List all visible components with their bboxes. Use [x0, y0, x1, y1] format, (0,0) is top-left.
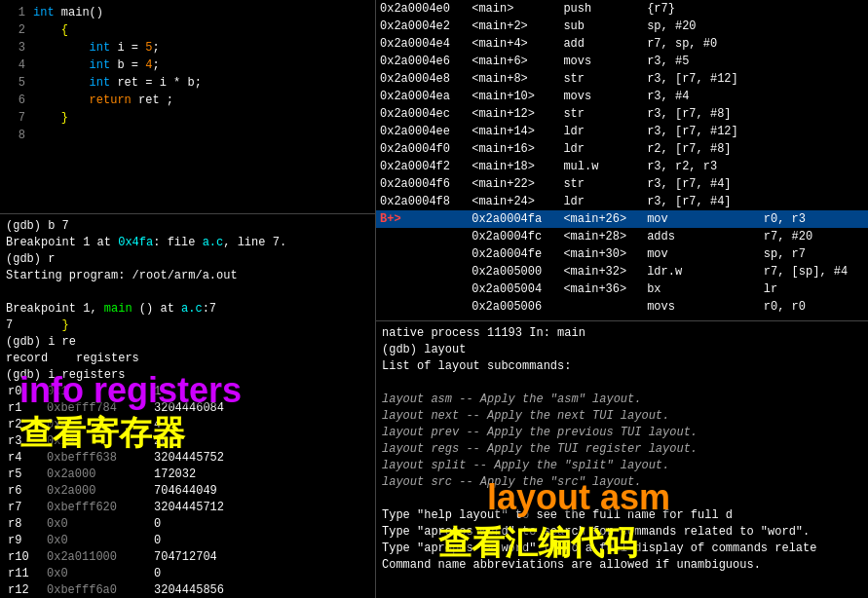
gdb-line: 7 }: [6, 318, 369, 334]
asm-row: 0x2a0004ec <main+12> str r3, [r7, #8]: [376, 105, 868, 123]
gdb-line: record registers: [6, 351, 369, 367]
overlay-layout-asm: layout asm: [487, 477, 670, 518]
asm-row: 0x2a0004e6 <main+6> movs r3, #5: [376, 53, 868, 70]
gdb-line: Breakpoint 1 at 0x4fa: file a.c, line 7.: [6, 235, 369, 251]
asm-row: 0x2a0004f2 <main+18> mul.w r3, r2, r3: [376, 158, 868, 175]
gdb-line: Breakpoint 1, main () at a.c:7: [6, 301, 369, 318]
source-panel: 1 int main() 2 { 3 int i = 5; 4 int b = …: [0, 0, 375, 214]
asm-row-highlighted: B+> 0x2a0004fa <main+26> mov r0, r3: [376, 210, 868, 228]
gdb-line: (gdb) r: [6, 251, 369, 268]
src-line-4: 4 int b = 4;: [0, 56, 375, 74]
src-line-5: 5 int ret = i * b;: [0, 74, 375, 92]
src-line-7: 7 }: [0, 109, 375, 127]
asm-row: 0x2a0004ee <main+14> ldr r3, [r7, #12]: [376, 123, 868, 140]
overlay-text-zha-kan-ji-cun-qi: 查看寄存器: [19, 411, 242, 456]
console-line: List of layout subcommands:: [382, 358, 862, 375]
console-line: layout prev -- Apply the previous TUI la…: [382, 425, 862, 441]
gdb-line: (gdb) b 7: [6, 218, 369, 235]
asm-row: 0x2a0004f8 <main+24> ldr r3, [r7, #4]: [376, 193, 868, 210]
asm-row: 0x2a005000 <main+32> ldr.w r7, [sp], #4: [376, 263, 868, 280]
console-line: layout split -- Apply the "split" layout…: [382, 458, 862, 474]
asm-view: 0x2a0004e0 <main> push {r7} 0x2a0004e2 <…: [376, 0, 868, 321]
src-line-1: 1 int main(): [0, 4, 375, 21]
reg-r6: r60x2a000704644049: [6, 483, 369, 500]
asm-row: 0x2a0004fe <main+30> mov sp, r7: [376, 245, 868, 263]
reg-r9: r90x00: [6, 533, 369, 549]
reg-r11: r110x00: [6, 566, 369, 582]
reg-r10: r100x2a011000704712704: [6, 549, 369, 566]
overlay-info-registers: info registers 查看寄存器: [19, 370, 242, 456]
console-line: layout regs -- Apply the TUI register la…: [382, 441, 862, 458]
reg-r12: r120xbefff6a03204445856: [6, 582, 369, 598]
src-line-2: 2 {: [0, 21, 375, 39]
left-panel: 1 int main() 2 { 3 int i = 5; 4 int b = …: [0, 0, 375, 598]
src-line-3: 3 int i = 5;: [0, 39, 375, 56]
asm-row: 0x2a0004fc <main+28> adds r7, #20: [376, 228, 868, 245]
src-line-6: 6 return ret ;: [0, 92, 375, 109]
console-line: (gdb) layout: [382, 342, 862, 358]
overlay-zha-kan-hui-bian: 查看汇编代码: [438, 521, 637, 566]
console-line: layout asm -- Apply the "asm" layout.: [382, 392, 862, 408]
console-line: [382, 375, 862, 392]
console-line: native process 11193 In: main: [382, 325, 862, 342]
src-line-8: 8: [0, 127, 375, 144]
overlay-text-info-registers: info registers: [19, 370, 242, 411]
asm-row: 0x2a0004f6 <main+22> str r3, [r7, #4]: [376, 175, 868, 193]
gdb-line: Starting program: /root/arm/a.out: [6, 268, 369, 284]
asm-row: 0x2a0004e0 <main> push {r7}: [376, 0, 868, 18]
reg-r7: r70xbefff6203204445712: [6, 500, 369, 516]
console-line: layout next -- Apply the next TUI layout…: [382, 408, 862, 425]
asm-row: 0x2a0004e4 <main+4> add r7, sp, #0: [376, 35, 868, 53]
asm-row: 0x2a005006 movs r0, r0: [376, 298, 868, 316]
reg-r8: r80x00: [6, 516, 369, 533]
asm-row: 0x2a0004ea <main+10> movs r3, #4: [376, 88, 868, 105]
reg-r5: r50x2a000172032: [6, 467, 369, 483]
asm-row: 0x2a0004f0 <main+16> ldr r2, [r7, #8]: [376, 140, 868, 158]
asm-row: 0x2a005004 <main+36> bx lr: [376, 280, 868, 298]
gdb-line: (gdb) i re: [6, 334, 369, 351]
asm-row: 0x2a0004e8 <main+8> str r3, [r7, #12]: [376, 70, 868, 88]
asm-table: 0x2a0004e0 <main> push {r7} 0x2a0004e2 <…: [376, 0, 868, 316]
overlay-text-layout-asm: layout asm: [487, 477, 670, 518]
asm-row: 0x2a0004e2 <main+2> sub sp, #20: [376, 18, 868, 35]
overlay-text-zha-kan-hui-bian: 查看汇编代码: [438, 521, 637, 566]
gdb-line: [6, 284, 369, 301]
